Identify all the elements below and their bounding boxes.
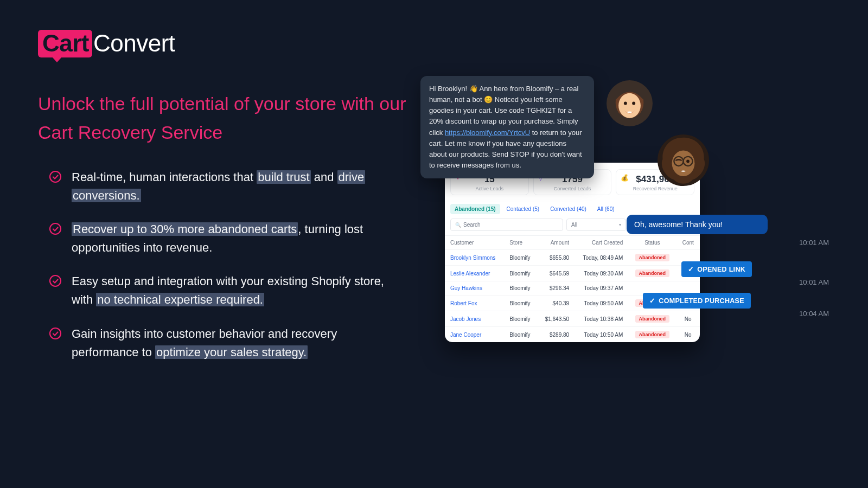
cell-store: Bloomify [504,250,538,266]
col-cont: Cont [676,236,700,250]
feature-item: Real-time, human interactions that build… [49,168,401,205]
feature-text: Recover up to 30% more abandoned carts, … [72,220,401,257]
brand-logo: CartConvert [38,30,175,57]
cell-store: Bloomify [504,327,538,343]
cell-cont: No [676,327,700,343]
cell-cont: No [676,311,700,327]
svg-point-13 [686,160,690,163]
cell-status: Abandoned [628,311,676,327]
cell-store: Bloomify [504,296,538,311]
table-row[interactable]: Jacob JonesBloomify$1,643.50Today 10:38 … [445,311,700,327]
dashboard-panel: ✦ 15 Active Leads ▽ 1759 Converted Leads… [445,163,700,342]
tab-all[interactable]: All (60) [593,204,619,214]
customer-reply-text: Oh, awesome! Thank you! [634,220,723,229]
check-circle-icon [49,170,62,183]
svg-point-1 [50,223,61,234]
cell-status: Abandoned [628,250,676,266]
agent-avatar [607,80,653,126]
svg-point-6 [624,102,627,105]
cell-amount: $645.59 [538,266,575,281]
leads-tabs: Abandoned (15) Contacted (5) Converted (… [445,201,700,216]
cell-amount: $296.34 [538,281,575,296]
cell-store: Bloomify [504,281,538,296]
customer-avatar [658,134,709,186]
cell-amount: $289.80 [538,327,575,343]
filter-all-dropdown[interactable]: All▾ [566,219,626,231]
search-input[interactable]: Search [450,219,563,231]
table-row[interactable]: Leslie AlexanderBloomify$645.59Today 09:… [445,266,700,281]
cell-amount: $40.39 [538,296,575,311]
cell-store: Bloomify [504,311,538,327]
cell-customer[interactable]: Robert Fox [445,296,504,311]
check-circle-icon [49,327,62,340]
cell-customer[interactable]: Jane Cooper [445,327,504,343]
col-store: Store [504,236,538,250]
event-completed-purchase-pill: ✓ COMPLETED PURCHASE [643,293,751,309]
stat-label: Active Leads [453,186,526,191]
cell-created: Today 10:50 AM [575,327,628,343]
cell-created: Today 09:37 AM [575,281,628,296]
chevron-down-icon: ▾ [619,222,621,227]
svg-point-0 [50,171,61,182]
cell-amount: $655.80 [538,250,575,266]
customer-reply-bubble: Oh, awesome! Thank you! [627,215,768,234]
cell-created: Today 09:30 AM [575,266,628,281]
event-completed-time: 10:04 AM [799,310,829,318]
col-amount: Amount [538,236,575,250]
svg-point-5 [618,93,641,118]
table-row[interactable]: Jane CooperBloomify$289.80Today 10:50 AM… [445,327,700,343]
agent-message-link[interactable]: https://bloomify.com/YrtcvU [445,129,530,137]
cell-status: Abandoned [628,327,676,343]
cell-amount: $1,643.50 [538,311,575,327]
col-status: Status [628,236,676,250]
cell-status: Abandoned [628,266,676,281]
feature-item: Easy setup and integration with your exi… [49,272,401,309]
cell-created: Today 09:50 AM [575,296,628,311]
table-row[interactable]: Brooklyn SimmonsBloomify$655.80Today, 08… [445,250,700,266]
cell-customer[interactable]: Guy Hawkins [445,281,504,296]
feature-text: Easy setup and integration with your exi… [72,272,401,309]
cell-created: Today, 08:49 AM [575,250,628,266]
feature-item: Gain insights into customer behavior and… [49,325,401,362]
cell-store: Bloomify [504,266,538,281]
cell-customer[interactable]: Brooklyn Simmons [445,250,504,266]
feature-item: Recover up to 30% more abandoned carts, … [49,220,401,257]
event-opened-time: 10:01 AM [799,278,829,286]
stat-label: Recovered Revenue [618,186,692,191]
cell-created: Today 10:38 AM [575,311,628,327]
check-icon: ✓ [688,265,694,273]
search-placeholder: Search [463,222,481,228]
feature-text: Gain insights into customer behavior and… [72,325,401,362]
svg-point-2 [50,275,61,286]
feature-list: Real-time, human interactions that build… [49,168,401,377]
check-circle-icon [49,274,62,287]
money-icon: 💰 [621,174,629,182]
cell-customer[interactable]: Leslie Alexander [445,266,504,281]
tab-converted[interactable]: Converted (40) [546,204,591,214]
brand-part2: Convert [93,30,175,56]
leads-table: Customer Store Amount Cart Created Statu… [445,235,700,342]
col-cart-created: Cart Created [575,236,628,250]
filter-all-label: All [571,222,577,228]
event-completed-label: COMPLETED PURCHASE [659,297,744,305]
agent-message-bubble: Hi Brooklyn! 👋 Ann here from Bloomify – … [420,76,594,178]
tab-abandoned[interactable]: Abandoned (15) [450,204,500,214]
svg-point-3 [50,328,61,339]
col-customer: Customer [445,236,504,250]
stat-label: Converted Leads [536,186,609,191]
check-circle-icon [49,222,62,235]
page-headline: Unlock the full potential of your store … [38,89,407,146]
event-opened-label: OPENED LINK [697,266,745,273]
feature-text: Real-time, human interactions that build… [72,168,401,205]
customer-reply-time: 10:01 AM [799,239,829,247]
svg-point-7 [632,102,635,105]
cell-customer[interactable]: Jacob Jones [445,311,504,327]
brand-part1: Cart [38,30,92,57]
check-icon: ✓ [649,297,655,305]
event-opened-link-pill: ✓ OPENED LINK [681,261,752,277]
tab-contacted[interactable]: Contacted (5) [502,204,544,214]
table-header-row: Customer Store Amount Cart Created Statu… [445,236,700,250]
